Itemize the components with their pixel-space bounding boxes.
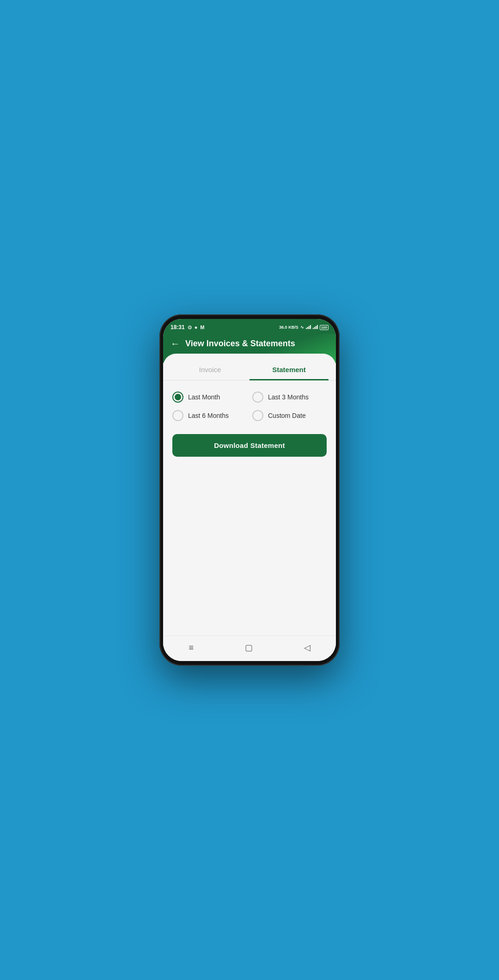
- gmail-icon: M: [200, 325, 204, 330]
- radio-circle-last-3-months: [252, 392, 263, 403]
- nav-home-icon[interactable]: ▢: [236, 640, 262, 655]
- radio-option-last-3-months[interactable]: Last 3 Months: [252, 392, 327, 403]
- radio-option-last-month[interactable]: Last Month: [172, 392, 247, 403]
- tab-statement[interactable]: Statement: [250, 361, 329, 380]
- radio-label-last-3-months: Last 3 Months: [268, 393, 309, 401]
- whatsapp-icon: ⊙: [188, 325, 192, 331]
- status-time: 18:31: [170, 324, 185, 331]
- back-button[interactable]: ←: [170, 338, 180, 349]
- phone-screen: 18:31 ⊙ ● M 36.0 KB/S ∿: [163, 319, 336, 661]
- radio-option-last-6-months[interactable]: Last 6 Months: [172, 410, 247, 421]
- radio-label-last-6-months: Last 6 Months: [188, 412, 229, 419]
- radio-inner-last-month: [175, 394, 181, 400]
- options-section: Last Month Last 3 Months Last 6 Months: [163, 380, 336, 468]
- radio-circle-custom-date: [252, 410, 263, 421]
- tabs-container: Invoice Statement: [163, 354, 336, 380]
- status-bar: 18:31 ⊙ ● M 36.0 KB/S ∿: [163, 319, 336, 334]
- network-speed: 36.0 KB/S: [279, 325, 298, 330]
- bottom-nav: ≡ ▢ ◁: [163, 636, 336, 661]
- tab-invoice[interactable]: Invoice: [170, 361, 250, 380]
- radio-circle-last-month: [172, 392, 183, 403]
- radio-circle-last-6-months: [172, 410, 183, 421]
- download-statement-button[interactable]: Download Statement: [172, 434, 327, 457]
- content-card: Invoice Statement Last Month: [163, 354, 336, 661]
- nav-menu-icon[interactable]: ≡: [179, 640, 203, 655]
- radio-options-grid: Last Month Last 3 Months Last 6 Months: [172, 392, 327, 421]
- phone-frame: 18:31 ⊙ ● M 36.0 KB/S ∿: [159, 314, 340, 666]
- content-spacer: [163, 468, 336, 636]
- page-title: View Invoices & Statements: [185, 339, 295, 349]
- dot-icon: ●: [195, 325, 198, 330]
- status-right: 36.0 KB/S ∿: [279, 325, 329, 330]
- signal-icon-1: [306, 325, 311, 330]
- battery-icon: 100: [320, 325, 329, 330]
- radio-option-custom-date[interactable]: Custom Date: [252, 410, 327, 421]
- nav-back-icon[interactable]: ◁: [295, 640, 320, 655]
- radio-label-last-month: Last Month: [188, 393, 220, 401]
- status-left: 18:31 ⊙ ● M: [170, 324, 205, 331]
- wifi-icon: ∿: [300, 325, 304, 330]
- radio-label-custom-date: Custom Date: [268, 412, 306, 419]
- signal-icon-2: [313, 325, 318, 330]
